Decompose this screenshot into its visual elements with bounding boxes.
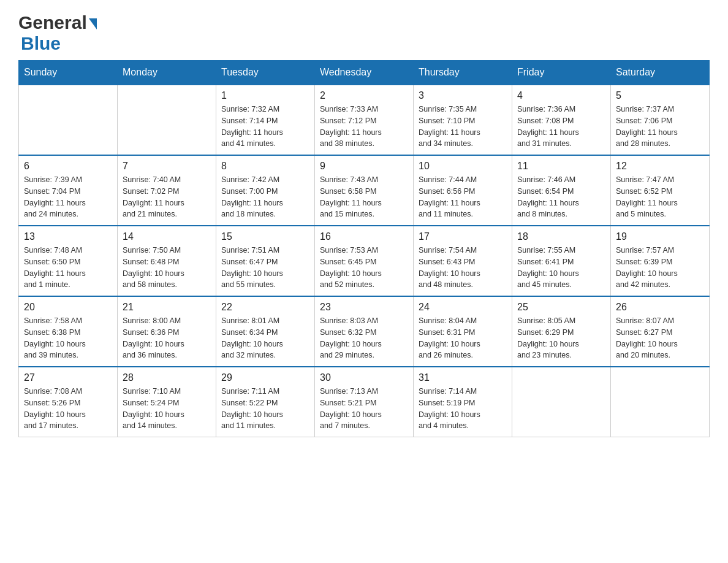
day-info: Sunrise: 7:36 AM Sunset: 7:08 PM Dayligh… [517,104,605,150]
day-info: Sunrise: 7:40 AM Sunset: 7:02 PM Dayligh… [123,174,211,220]
day-info: Sunrise: 7:35 AM Sunset: 7:10 PM Dayligh… [419,104,507,150]
day-info: Sunrise: 8:05 AM Sunset: 6:29 PM Dayligh… [517,315,605,361]
calendar-week-4: 20Sunrise: 7:58 AM Sunset: 6:38 PM Dayli… [19,296,710,367]
day-number: 21 [123,302,211,313]
calendar-week-3: 13Sunrise: 7:48 AM Sunset: 6:50 PM Dayli… [19,226,710,296]
day-header-thursday: Thursday [414,61,512,85]
day-number: 29 [221,372,309,383]
day-info: Sunrise: 7:10 AM Sunset: 5:24 PM Dayligh… [123,386,211,432]
day-number: 25 [517,302,605,313]
day-number: 5 [616,90,704,101]
calendar-cell: 6Sunrise: 7:39 AM Sunset: 7:04 PM Daylig… [19,155,118,226]
calendar-cell: 18Sunrise: 7:55 AM Sunset: 6:41 PM Dayli… [512,226,611,296]
day-header-wednesday: Wednesday [315,61,414,85]
calendar-cell: 16Sunrise: 7:53 AM Sunset: 6:45 PM Dayli… [315,226,414,296]
day-number: 3 [419,90,507,101]
day-number: 31 [419,372,507,383]
day-info: Sunrise: 7:46 AM Sunset: 6:54 PM Dayligh… [517,174,605,220]
day-info: Sunrise: 8:00 AM Sunset: 6:36 PM Dayligh… [123,315,211,361]
day-number: 7 [123,161,211,172]
calendar-cell [611,367,710,437]
calendar-cell: 31Sunrise: 7:14 AM Sunset: 5:19 PM Dayli… [414,367,512,437]
day-info: Sunrise: 7:14 AM Sunset: 5:19 PM Dayligh… [419,386,507,432]
logo: General Blue [18,12,97,54]
day-number: 30 [320,372,408,383]
day-number: 10 [419,161,507,172]
calendar-cell: 19Sunrise: 7:57 AM Sunset: 6:39 PM Dayli… [611,226,710,296]
calendar-cell: 28Sunrise: 7:10 AM Sunset: 5:24 PM Dayli… [118,367,216,437]
day-info: Sunrise: 7:43 AM Sunset: 6:58 PM Dayligh… [320,174,408,220]
calendar-cell: 4Sunrise: 7:36 AM Sunset: 7:08 PM Daylig… [512,85,611,155]
day-number: 16 [320,231,408,242]
day-number: 13 [24,231,112,242]
day-header-friday: Friday [512,61,611,85]
day-number: 17 [419,231,507,242]
day-info: Sunrise: 8:04 AM Sunset: 6:31 PM Dayligh… [419,315,507,361]
calendar-cell: 14Sunrise: 7:50 AM Sunset: 6:48 PM Dayli… [118,226,216,296]
day-header-saturday: Saturday [611,61,710,85]
day-info: Sunrise: 8:07 AM Sunset: 6:27 PM Dayligh… [616,315,704,361]
calendar-cell: 11Sunrise: 7:46 AM Sunset: 6:54 PM Dayli… [512,155,611,226]
calendar-cell: 30Sunrise: 7:13 AM Sunset: 5:21 PM Dayli… [315,367,414,437]
day-number: 28 [123,372,211,383]
calendar-cell: 17Sunrise: 7:54 AM Sunset: 6:43 PM Dayli… [414,226,512,296]
calendar-cell: 3Sunrise: 7:35 AM Sunset: 7:10 PM Daylig… [414,85,512,155]
calendar-cell: 21Sunrise: 8:00 AM Sunset: 6:36 PM Dayli… [118,296,216,367]
calendar-cell: 9Sunrise: 7:43 AM Sunset: 6:58 PM Daylig… [315,155,414,226]
day-number: 9 [320,161,408,172]
day-number: 2 [320,90,408,101]
day-number: 23 [320,302,408,313]
calendar-cell: 2Sunrise: 7:33 AM Sunset: 7:12 PM Daylig… [315,85,414,155]
logo-triangle-icon [89,18,97,29]
day-number: 27 [24,372,112,383]
logo-blue: Blue [21,33,61,53]
calendar-cell [118,85,216,155]
calendar-cell: 12Sunrise: 7:47 AM Sunset: 6:52 PM Dayli… [611,155,710,226]
logo-general: General [18,12,87,33]
day-info: Sunrise: 7:11 AM Sunset: 5:22 PM Dayligh… [221,386,309,432]
day-number: 18 [517,231,605,242]
day-number: 4 [517,90,605,101]
day-number: 24 [419,302,507,313]
calendar-cell: 15Sunrise: 7:51 AM Sunset: 6:47 PM Dayli… [216,226,315,296]
calendar-cell: 24Sunrise: 8:04 AM Sunset: 6:31 PM Dayli… [414,296,512,367]
day-number: 6 [24,161,112,172]
day-info: Sunrise: 7:57 AM Sunset: 6:39 PM Dayligh… [616,245,704,291]
day-number: 20 [24,302,112,313]
day-number: 11 [517,161,605,172]
day-info: Sunrise: 7:33 AM Sunset: 7:12 PM Dayligh… [320,104,408,150]
calendar-cell [19,85,118,155]
calendar-cell: 1Sunrise: 7:32 AM Sunset: 7:14 PM Daylig… [216,85,315,155]
page-header: General Blue [18,12,710,54]
calendar-cell: 23Sunrise: 8:03 AM Sunset: 6:32 PM Dayli… [315,296,414,367]
calendar-week-2: 6Sunrise: 7:39 AM Sunset: 7:04 PM Daylig… [19,155,710,226]
calendar-week-5: 27Sunrise: 7:08 AM Sunset: 5:26 PM Dayli… [19,367,710,437]
day-info: Sunrise: 7:58 AM Sunset: 6:38 PM Dayligh… [24,315,112,361]
day-number: 22 [221,302,309,313]
day-number: 19 [616,231,704,242]
day-info: Sunrise: 7:54 AM Sunset: 6:43 PM Dayligh… [419,245,507,291]
day-info: Sunrise: 8:01 AM Sunset: 6:34 PM Dayligh… [221,315,309,361]
calendar-cell: 25Sunrise: 8:05 AM Sunset: 6:29 PM Dayli… [512,296,611,367]
day-info: Sunrise: 7:53 AM Sunset: 6:45 PM Dayligh… [320,245,408,291]
day-info: Sunrise: 7:39 AM Sunset: 7:04 PM Dayligh… [24,174,112,220]
calendar-cell: 26Sunrise: 8:07 AM Sunset: 6:27 PM Dayli… [611,296,710,367]
day-number: 14 [123,231,211,242]
day-info: Sunrise: 7:50 AM Sunset: 6:48 PM Dayligh… [123,245,211,291]
calendar-cell: 8Sunrise: 7:42 AM Sunset: 7:00 PM Daylig… [216,155,315,226]
day-info: Sunrise: 7:37 AM Sunset: 7:06 PM Dayligh… [616,104,704,150]
calendar-cell: 13Sunrise: 7:48 AM Sunset: 6:50 PM Dayli… [19,226,118,296]
calendar-cell: 7Sunrise: 7:40 AM Sunset: 7:02 PM Daylig… [118,155,216,226]
calendar-table: SundayMondayTuesdayWednesdayThursdayFrid… [18,60,710,437]
day-info: Sunrise: 7:44 AM Sunset: 6:56 PM Dayligh… [419,174,507,220]
calendar-cell: 27Sunrise: 7:08 AM Sunset: 5:26 PM Dayli… [19,367,118,437]
day-info: Sunrise: 7:13 AM Sunset: 5:21 PM Dayligh… [320,386,408,432]
day-header-monday: Monday [118,61,216,85]
calendar-cell [512,367,611,437]
calendar-week-1: 1Sunrise: 7:32 AM Sunset: 7:14 PM Daylig… [19,85,710,155]
calendar-cell: 20Sunrise: 7:58 AM Sunset: 6:38 PM Dayli… [19,296,118,367]
calendar-cell: 22Sunrise: 8:01 AM Sunset: 6:34 PM Dayli… [216,296,315,367]
day-info: Sunrise: 7:42 AM Sunset: 7:00 PM Dayligh… [221,174,309,220]
day-info: Sunrise: 8:03 AM Sunset: 6:32 PM Dayligh… [320,315,408,361]
day-number: 8 [221,161,309,172]
